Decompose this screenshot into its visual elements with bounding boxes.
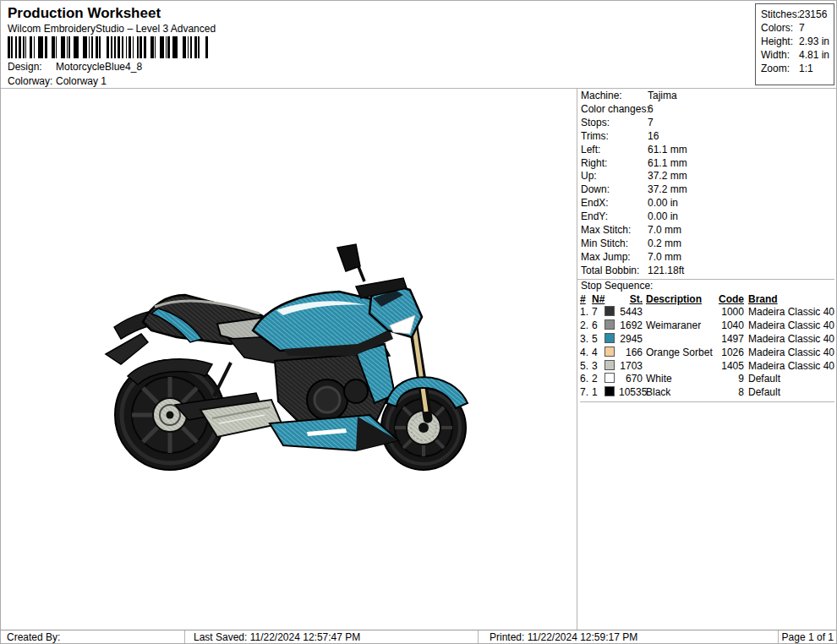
barcode-icon xyxy=(8,36,208,58)
machine-info-row: Up:37.2 mm xyxy=(581,170,834,183)
machine-info-value: 0.00 in xyxy=(648,210,678,222)
needle-number: 6 xyxy=(592,319,604,333)
stitch-count: 1692 xyxy=(619,319,643,333)
machine-info-label: Color changes: xyxy=(581,103,648,117)
stop-sequence-row: 5. 3 1703 1405 Madeira Classic 40 xyxy=(580,360,834,374)
stat-row: Zoom:1:1 xyxy=(761,62,834,75)
thread-color-swatch xyxy=(604,333,615,343)
stat-label: Width: xyxy=(761,48,799,62)
stop-number: 2. xyxy=(580,319,592,333)
machine-info-label: Up: xyxy=(581,170,648,183)
machine-info-label: Machine: xyxy=(581,90,648,103)
stop-sequence-row: 4. 4 166 Orange Sorbet 1026 Madeira Clas… xyxy=(580,347,834,360)
thread-description: Black xyxy=(646,386,714,400)
col-needle: N# xyxy=(592,293,604,305)
stat-value: 23156 xyxy=(799,8,827,20)
stitch-count: 2945 xyxy=(619,333,643,347)
stop-number: 6. xyxy=(580,373,592,386)
thread-brand: Madeira Classic 40 xyxy=(748,347,834,360)
printed-cell: Printed: 11/22/2024 12:59:17 PM xyxy=(479,630,779,644)
thread-brand: Default xyxy=(748,386,780,400)
machine-info-label: Down: xyxy=(581,183,648,197)
machine-info-value: 37.2 mm xyxy=(648,170,687,182)
machine-info-value: 121.18ft xyxy=(648,265,684,276)
machine-info-row: Machine:Tajima xyxy=(581,90,834,103)
machine-info-row: Stops:7 xyxy=(581,117,834,130)
machine-info-value: 61.1 mm xyxy=(648,157,687,169)
rear-shock xyxy=(214,363,231,396)
machine-info-value: 7.0 mm xyxy=(648,251,681,263)
col-stitches: St. xyxy=(630,293,643,305)
machine-info-label: Trims: xyxy=(581,130,648,144)
colorway-label: Colorway: xyxy=(8,75,56,87)
stat-row: Colors:7 xyxy=(761,21,834,35)
col-description: Description xyxy=(646,293,702,305)
motorcycle-design-image xyxy=(104,227,493,481)
thread-description: Orange Sorbet xyxy=(646,347,714,360)
created-by-cell: Created By: xyxy=(1,630,185,644)
design-stats-box: Stitches:23156 Colors:7 Height:2.93 in W… xyxy=(755,3,834,85)
machine-info-label: Stops: xyxy=(581,117,648,130)
stat-value: 7 xyxy=(799,22,805,34)
machine-info-value: Tajima xyxy=(648,90,677,101)
machine-info-label: Left: xyxy=(581,144,648,157)
stop-sequence-row: 2. 6 1692 Weimaraner 1040 Madeira Classi… xyxy=(580,319,834,333)
machine-info-value: 7.0 mm xyxy=(648,224,681,236)
col-brand: Brand xyxy=(748,293,778,305)
design-label: Design: xyxy=(8,61,56,73)
stitch-count: 5443 xyxy=(619,306,643,319)
thread-brand: Madeira Classic 40 xyxy=(748,306,834,319)
colorway-value: Colorway 1 xyxy=(56,75,107,87)
stitch-count: 10535 xyxy=(619,386,643,400)
machine-info-value: 37.2 mm xyxy=(648,183,687,195)
colorway-row: Colorway:Colorway 1 xyxy=(8,75,107,87)
needle-number: 2 xyxy=(592,373,604,386)
design-name-row: Design:MotorcycleBlue4_8 xyxy=(8,61,142,73)
machine-info-row: Max Jump:7.0 mm xyxy=(581,251,834,265)
machine-info-label: EndY: xyxy=(581,210,648,224)
machine-info-label: Total Bobbin: xyxy=(581,265,648,278)
stop-number: 3. xyxy=(580,333,592,347)
thread-brand: Madeira Classic 40 xyxy=(748,319,834,333)
thread-color-swatch xyxy=(604,319,615,330)
thread-color-swatch xyxy=(604,306,615,316)
stop-number: 4. xyxy=(580,347,592,360)
machine-info-value: 6 xyxy=(648,103,654,115)
stop-sequence-row: 6. 2 670 White 9 Default xyxy=(580,373,834,386)
thread-brand: Madeira Classic 40 xyxy=(748,360,834,374)
mirror xyxy=(337,244,360,271)
machine-info-label: Right: xyxy=(581,157,648,171)
machine-info-label: Max Stitch: xyxy=(581,224,648,237)
stat-row: Stitches:23156 xyxy=(761,8,834,21)
thread-code: 1405 xyxy=(714,360,744,374)
needle-number: 3 xyxy=(592,360,604,374)
stitch-count: 1703 xyxy=(619,360,643,374)
stitch-count: 670 xyxy=(619,373,643,386)
design-canvas xyxy=(2,89,577,630)
machine-info-label: Min Stitch: xyxy=(581,237,648,251)
thread-color-swatch xyxy=(604,373,615,383)
thread-brand: Madeira Classic 40 xyxy=(748,333,834,347)
thread-description: Weimaraner xyxy=(646,319,714,333)
stat-row: Height:2.93 in xyxy=(761,35,834,48)
tail-fin-lower xyxy=(106,334,148,364)
page-number-cell: Page 1 of 1 xyxy=(779,630,837,644)
thread-code: 1040 xyxy=(714,319,744,333)
machine-info-row: EndY:0.00 in xyxy=(581,210,834,224)
machine-info-row: Down:37.2 mm xyxy=(581,183,834,197)
stop-sequence-bottom-rule xyxy=(580,401,834,402)
thread-code: 1026 xyxy=(714,347,744,360)
stat-label: Colors: xyxy=(761,21,799,35)
machine-info-value: 61.1 mm xyxy=(648,144,687,156)
thread-code: 9 xyxy=(714,373,744,386)
stop-number: 5. xyxy=(580,360,592,374)
design-value: MotorcycleBlue4_8 xyxy=(56,61,142,73)
stop-sequence-row: 3. 5 2945 1497 Madeira Classic 40 xyxy=(580,333,834,347)
needle-number: 5 xyxy=(592,333,604,347)
stitch-count: 166 xyxy=(619,347,643,360)
stop-sequence-row: 1. 7 5443 1000 Madeira Classic 40 xyxy=(580,306,834,319)
stat-label: Height: xyxy=(761,35,799,48)
thread-description: White xyxy=(646,373,714,386)
machine-info-row: Color changes:6 xyxy=(581,103,834,117)
machine-info-row: EndX:0.00 in xyxy=(581,197,834,210)
